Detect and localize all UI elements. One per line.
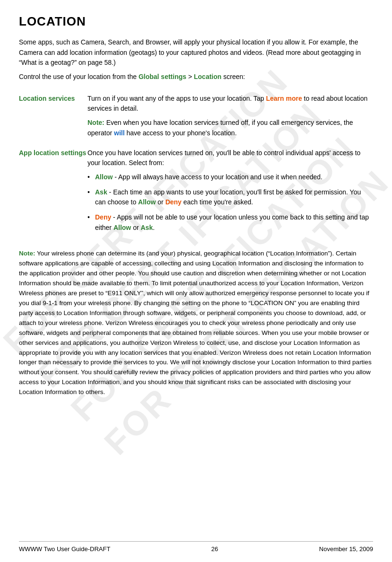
body-app-location: Once you have location services turned o… bbox=[87, 145, 373, 241]
bottom-note: Note: Your wireless phone can determine … bbox=[19, 249, 373, 397]
allow-label: Allow bbox=[95, 173, 113, 181]
note-label-1: Note: bbox=[87, 119, 105, 126]
location-services-note: Note: Even when you have location servic… bbox=[87, 118, 373, 138]
bottom-note-label: Note: bbox=[19, 250, 35, 257]
location-services-main: Turn on if you want any of the apps to u… bbox=[87, 94, 373, 114]
list-item: Allow - App will always have access to y… bbox=[87, 172, 373, 183]
control-mid: > bbox=[186, 73, 194, 80]
intro-paragraph: Some apps, such as Camera, Search, and B… bbox=[19, 37, 373, 68]
control-prefix: Control the use of your location from th… bbox=[19, 73, 139, 80]
ask-label: Ask bbox=[95, 188, 107, 196]
control-suffix: screen: bbox=[221, 73, 245, 80]
app-location-intro: Once you have location services turned o… bbox=[87, 148, 373, 168]
deny-inline: Deny bbox=[166, 198, 182, 206]
list-item: Deny - Apps will not be able to use your… bbox=[87, 212, 373, 233]
bottom-note-text: Your wireless phone can determine its (a… bbox=[19, 250, 372, 395]
term-app-location: App location settings bbox=[19, 145, 87, 241]
definition-table: Location services Turn on if you want an… bbox=[19, 91, 373, 241]
control-line: Control the use of your location from th… bbox=[19, 72, 373, 82]
term-location-services: Location services bbox=[19, 91, 87, 145]
footer-left: WWWW Two User Guide-DRAFT bbox=[19, 545, 110, 553]
allow-inline: Allow bbox=[138, 198, 156, 206]
global-settings-link[interactable]: Global settings bbox=[139, 73, 186, 80]
learn-more-link[interactable]: Learn more bbox=[266, 95, 302, 102]
ask-inline: Ask bbox=[141, 224, 153, 231]
location-link[interactable]: Location bbox=[194, 73, 221, 80]
page-title: LOCATION bbox=[19, 14, 373, 29]
table-row: Location services Turn on if you want an… bbox=[19, 91, 373, 145]
footer-center: 26 bbox=[211, 545, 218, 553]
allow-inline-2: Allow bbox=[113, 224, 131, 231]
list-item: Ask - Each time an app wants to use your… bbox=[87, 187, 373, 208]
bullet-list: Allow - App will always have access to y… bbox=[87, 172, 373, 233]
table-row: App location settings Once you have loca… bbox=[19, 145, 373, 241]
will-word: will bbox=[114, 129, 125, 137]
deny-label: Deny bbox=[95, 213, 111, 221]
footer: WWWW Two User Guide-DRAFT 26 November 15… bbox=[19, 541, 373, 553]
footer-right: November 15, 2009 bbox=[319, 545, 373, 553]
body-location-services: Turn on if you want any of the apps to u… bbox=[87, 91, 373, 145]
